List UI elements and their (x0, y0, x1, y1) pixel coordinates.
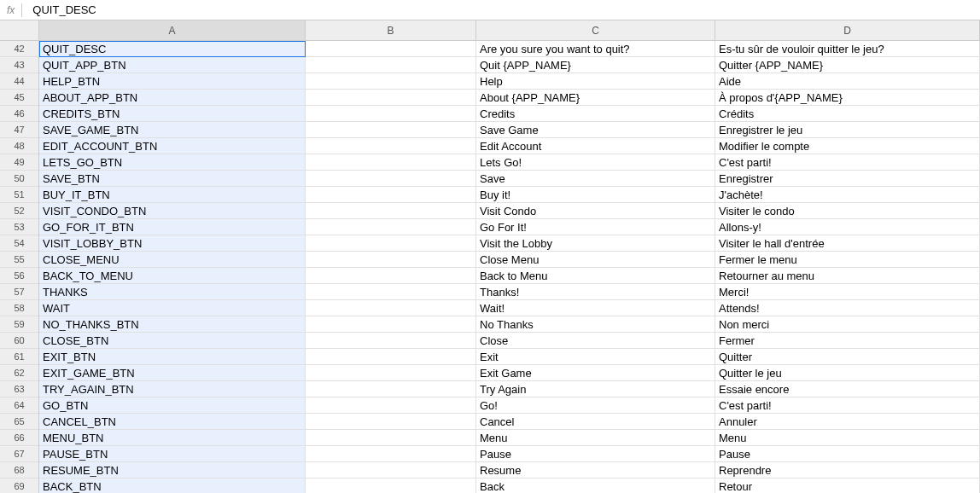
cell-english[interactable]: Cancel (476, 414, 715, 430)
cell-empty[interactable] (306, 122, 476, 138)
row-header[interactable]: 47 (0, 122, 38, 138)
cell-english[interactable]: Are you sure you want to quit? (476, 41, 715, 57)
cell-english[interactable]: Exit Game (476, 365, 715, 381)
cell-french[interactable]: Allons-y! (715, 219, 980, 235)
cell-french[interactable]: Enregistrer (715, 171, 980, 187)
cell-english[interactable]: Menu (476, 430, 715, 446)
column-header-d[interactable]: D (715, 20, 980, 40)
cell-key[interactable]: CREDITS_BTN (39, 106, 306, 122)
cell-french[interactable]: Fermer (715, 333, 980, 349)
cell-empty[interactable] (306, 268, 476, 284)
cell-key[interactable]: NO_THANKS_BTN (39, 316, 306, 333)
cell-french[interactable]: Visiter le hall d'entrée (715, 235, 980, 252)
cell-english[interactable]: Lets Go! (476, 154, 715, 171)
cell-english[interactable]: Save Game (476, 122, 715, 138)
column-header-c[interactable]: C (476, 20, 715, 40)
cell-key[interactable]: QUIT_APP_BTN (39, 57, 306, 73)
cell-empty[interactable] (306, 203, 476, 219)
cell-key[interactable]: HELP_BTN (39, 73, 306, 90)
cell-french[interactable]: Pause (715, 446, 980, 462)
cell-french[interactable]: Menu (715, 430, 980, 446)
cell-key[interactable]: EXIT_BTN (39, 349, 306, 365)
cell-french[interactable]: Quitter le jeu (715, 365, 980, 381)
cell-french[interactable]: Aide (715, 73, 980, 90)
row-header[interactable]: 45 (0, 90, 38, 106)
cell-empty[interactable] (306, 365, 476, 381)
cell-french[interactable]: Enregistrer le jeu (715, 122, 980, 138)
cell-english[interactable]: Try Again (476, 381, 715, 397)
cell-empty[interactable] (306, 284, 476, 300)
cell-empty[interactable] (306, 138, 476, 154)
cell-key[interactable]: PAUSE_BTN (39, 446, 306, 462)
cell-empty[interactable] (306, 414, 476, 430)
cell-english[interactable]: Exit (476, 349, 715, 365)
row-header[interactable]: 67 (0, 446, 38, 462)
cell-english[interactable]: Quit {APP_NAME} (476, 57, 715, 73)
row-header[interactable]: 52 (0, 203, 38, 219)
row-header[interactable]: 48 (0, 138, 38, 154)
cell-empty[interactable] (306, 397, 476, 414)
cell-english[interactable]: Close (476, 333, 715, 349)
cell-key[interactable]: CLOSE_MENU (39, 252, 306, 268)
cell-french[interactable]: Merci! (715, 284, 980, 300)
cell-french[interactable]: Essaie encore (715, 381, 980, 397)
cell-empty[interactable] (306, 106, 476, 122)
cell-empty[interactable] (306, 187, 476, 203)
cell-english[interactable]: Back (476, 478, 715, 493)
cell-english[interactable]: Credits (476, 106, 715, 122)
cell-empty[interactable] (306, 154, 476, 171)
cell-french[interactable]: Attends! (715, 300, 980, 316)
cell-french[interactable]: J'achète! (715, 187, 980, 203)
cell-key[interactable]: CANCEL_BTN (39, 414, 306, 430)
cell-empty[interactable] (306, 219, 476, 235)
cell-french[interactable]: Modifier le compte (715, 138, 980, 154)
row-header[interactable]: 46 (0, 106, 38, 122)
row-header[interactable]: 57 (0, 284, 38, 300)
cell-english[interactable]: Thanks! (476, 284, 715, 300)
row-header[interactable]: 68 (0, 462, 38, 478)
cell-english[interactable]: Visit the Lobby (476, 235, 715, 252)
cell-french[interactable]: Visiter le condo (715, 203, 980, 219)
cell-key[interactable]: TRY_AGAIN_BTN (39, 381, 306, 397)
row-header[interactable]: 62 (0, 365, 38, 381)
cell-empty[interactable] (306, 349, 476, 365)
cell-empty[interactable] (306, 446, 476, 462)
cell-key[interactable]: CLOSE_BTN (39, 333, 306, 349)
cell-key[interactable]: GO_FOR_IT_BTN (39, 219, 306, 235)
cell-english[interactable]: Go For It! (476, 219, 715, 235)
row-header[interactable]: 50 (0, 171, 38, 187)
cell-key[interactable]: VISIT_CONDO_BTN (39, 203, 306, 219)
cell-key[interactable]: BUY_IT_BTN (39, 187, 306, 203)
row-header[interactable]: 66 (0, 430, 38, 446)
cell-empty[interactable] (306, 41, 476, 57)
cell-english[interactable]: Pause (476, 446, 715, 462)
row-header[interactable]: 44 (0, 73, 38, 90)
cell-empty[interactable] (306, 333, 476, 349)
cell-key[interactable]: LETS_GO_BTN (39, 154, 306, 171)
cell-key[interactable]: SAVE_GAME_BTN (39, 122, 306, 138)
cell-key[interactable]: GO_BTN (39, 397, 306, 414)
cell-key[interactable]: VISIT_LOBBY_BTN (39, 235, 306, 252)
cell-english[interactable]: Go! (476, 397, 715, 414)
cell-french[interactable]: Retourner au menu (715, 268, 980, 284)
cell-french[interactable]: Reprendre (715, 462, 980, 478)
row-header[interactable]: 56 (0, 268, 38, 284)
row-header[interactable]: 43 (0, 57, 38, 73)
cell-french[interactable]: Quitter (715, 349, 980, 365)
row-header[interactable]: 61 (0, 349, 38, 365)
cell-english[interactable]: No Thanks (476, 316, 715, 333)
cell-empty[interactable] (306, 300, 476, 316)
cell-english[interactable]: Wait! (476, 300, 715, 316)
cell-key[interactable]: THANKS (39, 284, 306, 300)
row-header[interactable]: 54 (0, 235, 38, 252)
cell-empty[interactable] (306, 381, 476, 397)
formula-bar[interactable]: fx QUIT_DESC (0, 0, 980, 20)
cell-english[interactable]: Edit Account (476, 138, 715, 154)
cell-empty[interactable] (306, 478, 476, 493)
row-header[interactable]: 63 (0, 381, 38, 397)
cell-english[interactable]: Close Menu (476, 252, 715, 268)
cell-french[interactable]: Quitter {APP_NAME} (715, 57, 980, 73)
cell-french[interactable]: Retour (715, 478, 980, 493)
cell-english[interactable]: Save (476, 171, 715, 187)
cell-french[interactable]: Annuler (715, 414, 980, 430)
